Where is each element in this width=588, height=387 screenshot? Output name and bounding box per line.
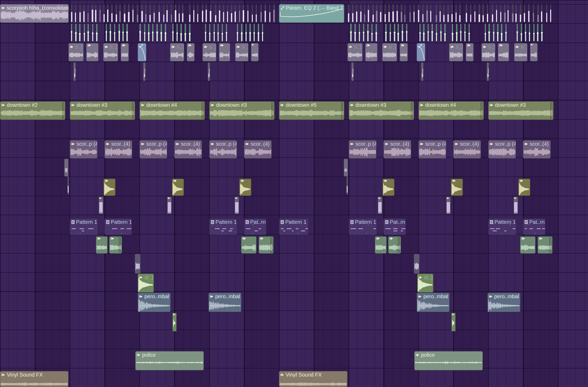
cymbal-audio-clip[interactable]: [103, 179, 115, 196]
sample-audio-clip[interactable]: s..): [514, 43, 527, 61]
sample-audio-clip[interactable]: [400, 43, 408, 61]
tick-slice-clip[interactable]: [390, 24, 391, 41]
hihat-slice-clip[interactable]: [206, 4, 207, 22]
hihat-slice-clip[interactable]: [451, 4, 453, 22]
pattern-clip[interactable]: Pat..rn 1: [244, 218, 266, 235]
tick-slice-clip[interactable]: [209, 24, 211, 41]
vinyl-audio-clip[interactable]: Vinyl Sound FX: [279, 371, 347, 387]
hihat-slice-clip[interactable]: [447, 4, 449, 22]
hihat-slice-clip[interactable]: [348, 4, 349, 22]
sample-audio-clip[interactable]: [251, 43, 259, 61]
hihat-slice-clip[interactable]: [227, 4, 228, 22]
tick-slice-clip[interactable]: [214, 24, 215, 41]
hihat-slice-clip[interactable]: [430, 4, 432, 22]
tick-slice-clip[interactable]: [350, 24, 352, 41]
hihat-slice-clip[interactable]: [154, 4, 155, 22]
hihat-slice-clip[interactable]: [79, 4, 81, 22]
slice-audio-clip[interactable]: [235, 197, 239, 214]
perc-audio-clip[interactable]: [109, 236, 122, 254]
hihat-slice-clip[interactable]: [356, 4, 357, 22]
sample-audio-clip[interactable]: [121, 43, 129, 61]
scor-audio-clip[interactable]: scor..p (4): [139, 140, 167, 159]
hihat-slice-clip[interactable]: [273, 4, 275, 22]
sample-audio-clip[interactable]: [466, 43, 474, 61]
hihat-slice-clip[interactable]: [504, 4, 506, 22]
hihat-slice-clip[interactable]: [265, 4, 266, 22]
scor-audio-clip[interactable]: scor..(4): [244, 140, 272, 159]
hihat-slice-clip[interactable]: [546, 4, 548, 22]
hihat-slice-clip[interactable]: [83, 4, 85, 22]
tick-slice-clip[interactable]: [258, 24, 259, 41]
tick-slice-clip[interactable]: [402, 24, 403, 41]
hihat-slice-clip[interactable]: [247, 4, 249, 22]
hihat-slice-clip[interactable]: [260, 4, 262, 22]
hihat-slice-clip[interactable]: [88, 4, 89, 22]
tick-slice-clip[interactable]: [525, 24, 526, 41]
sample-audio-clip[interactable]: s..): [103, 43, 118, 61]
slice-audio-clip[interactable]: [446, 197, 451, 214]
hihat-slice-clip[interactable]: [256, 4, 257, 22]
pero-audio-clip[interactable]: pero..mbal: [417, 293, 450, 312]
slice-audio-clip[interactable]: [73, 62, 76, 81]
hihat-slice-clip[interactable]: [132, 4, 134, 22]
sample-audio-clip[interactable]: s..): [235, 43, 248, 61]
tick-slice-clip[interactable]: [469, 24, 470, 41]
tick-slice-clip[interactable]: [96, 24, 97, 41]
hihat-slice-clip[interactable]: [500, 4, 502, 22]
perc-audio-clip[interactable]: [388, 236, 401, 254]
hihat-slice-clip[interactable]: [159, 4, 160, 22]
tick-slice-clip[interactable]: [114, 24, 115, 41]
tick-slice-clip[interactable]: [185, 24, 186, 41]
vinyl-audio-clip[interactable]: Vinyl Sound FX: [0, 371, 68, 387]
pattern-clip[interactable]: Pattern 1: [209, 218, 237, 235]
tick-slice-clip[interactable]: [537, 24, 538, 41]
hihat-slice-clip[interactable]: [456, 4, 457, 22]
slice-audio-clip[interactable]: [135, 254, 141, 274]
tick-slice-clip[interactable]: [84, 24, 85, 41]
cymbal-audio-clip[interactable]: [518, 179, 530, 196]
hihat-slice-clip[interactable]: [385, 4, 386, 22]
tick-slice-clip[interactable]: [376, 24, 377, 41]
perc-audio-clip[interactable]: [520, 236, 535, 254]
hihat-slice-clip[interactable]: [145, 4, 147, 22]
hihat-slice-clip[interactable]: [119, 4, 121, 22]
slice-audio-clip[interactable]: [208, 62, 210, 81]
hihat-slice-clip[interactable]: [482, 4, 484, 22]
hihat-slice-clip[interactable]: [364, 4, 365, 22]
hihat-slice-clip[interactable]: [269, 4, 271, 22]
hihat-slice-clip[interactable]: [459, 4, 461, 22]
slice-audio-clip[interactable]: [487, 62, 489, 81]
tick-slice-clip[interactable]: [541, 24, 543, 41]
downtown-audio-clip[interactable]: downtown #3: [209, 101, 275, 120]
hihat-slice-clip[interactable]: [474, 4, 476, 22]
tick-slice-clip[interactable]: [485, 24, 486, 41]
hihat-slice-clip[interactable]: [100, 4, 101, 22]
tick-slice-clip[interactable]: [501, 24, 502, 41]
tick-slice-clip[interactable]: [428, 24, 429, 41]
pattern-clip[interactable]: Pat..rn 1: [383, 218, 406, 235]
tick-slice-clip[interactable]: [440, 24, 442, 41]
tick-slice-clip[interactable]: [177, 24, 178, 41]
cymbal-audio-clip[interactable]: [172, 179, 184, 196]
hihat-slice-clip[interactable]: [479, 4, 480, 22]
hihat-slice-clip[interactable]: [193, 4, 195, 22]
tick-slice-clip[interactable]: [436, 24, 437, 41]
hihat-slice-clip[interactable]: [537, 4, 539, 22]
sample-audio-clip[interactable]: [498, 43, 509, 61]
hihat-slice-clip[interactable]: [401, 4, 402, 22]
stab-audio-clip[interactable]: st..): [417, 274, 433, 292]
tick-slice-clip[interactable]: [189, 24, 190, 41]
police-audio-clip[interactable]: police: [414, 351, 483, 370]
tick-slice-clip[interactable]: [493, 24, 494, 41]
tick-slice-clip[interactable]: [432, 24, 433, 41]
hihat-slice-clip[interactable]: [380, 4, 381, 22]
hihat-slice-clip[interactable]: [372, 4, 374, 22]
hihat-slice-clip[interactable]: [124, 4, 125, 22]
scor-audio-clip[interactable]: scor..p (4): [418, 140, 446, 159]
perc-audio-clip[interactable]: [451, 313, 456, 331]
pattern-clip[interactable]: Pattern 1: [488, 218, 516, 235]
tick-slice-clip[interactable]: [126, 24, 128, 41]
consolidated-audio-clip[interactable]: scorpiioh hiha..(consolidated): [0, 4, 69, 23]
hihat-slice-clip[interactable]: [202, 4, 203, 22]
hihat-slice-clip[interactable]: [508, 4, 509, 22]
